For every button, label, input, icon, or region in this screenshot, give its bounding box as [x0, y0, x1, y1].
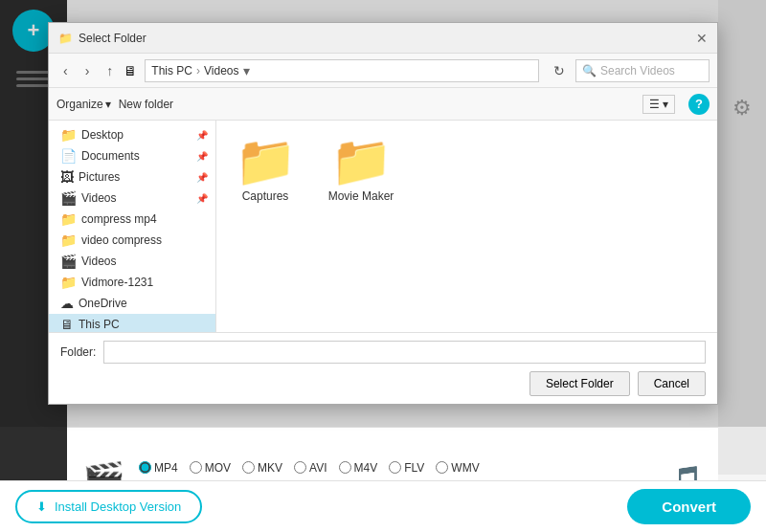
- dialog-nav-toolbar: ‹ › ↑ 🖥 This PC › Videos ▾ ↻ 🔍 Search Vi…: [49, 54, 717, 88]
- format-option-mkv[interactable]: MKV: [242, 461, 282, 475]
- breadcrumb-dropdown-button[interactable]: ▾: [239, 63, 254, 78]
- tree-label-onedrive: OneDrive: [79, 297, 127, 310]
- format-option-mov[interactable]: MOV: [190, 461, 231, 475]
- organize-button[interactable]: Organize ▾: [56, 98, 111, 111]
- tree-icon-onedrive: ☁: [60, 296, 74, 311]
- tree-item-video-compress[interactable]: 📁 video compress: [49, 230, 215, 251]
- install-icon: ⬇: [36, 499, 47, 514]
- up-button[interactable]: ↑: [100, 60, 120, 81]
- search-placeholder: Search Videos: [600, 64, 675, 78]
- tree-icon-vidmore: 📁: [60, 275, 77, 290]
- tree-icon-desktop: 📁: [60, 127, 77, 143]
- tree-icon-videos2: 🎬: [60, 254, 77, 269]
- format-label-mov: MOV: [205, 461, 231, 475]
- pin-icon: 📌: [196, 130, 208, 141]
- view-arrow-icon: ▾: [663, 98, 668, 111]
- tree-label-pictures: Pictures: [79, 170, 120, 184]
- organize-arrow-icon: ▾: [105, 98, 111, 111]
- format-radio-m4v[interactable]: [339, 461, 351, 474]
- format-label-mp4: MP4: [154, 461, 178, 475]
- tree-icon-this-pc: 🖥: [60, 317, 74, 332]
- folder-item-captures[interactable]: 📁 Captures: [232, 136, 299, 203]
- folder-input[interactable]: [103, 341, 706, 364]
- organize-label: Organize: [56, 98, 103, 111]
- tree-label-video-compress: video compress: [81, 233, 162, 247]
- format-radio-avi[interactable]: [294, 461, 306, 474]
- dialog-title-icon: 📁: [58, 32, 73, 45]
- view-button[interactable]: ☰ ▾: [642, 95, 675, 114]
- tree-label-vidmore: Vidmore-1231: [81, 276, 153, 289]
- format-option-wmv[interactable]: WMV: [436, 461, 479, 475]
- new-folder-button[interactable]: New folder: [119, 98, 173, 111]
- format-label-flv: FLV: [404, 461, 424, 475]
- tree-item-vidmore[interactable]: 📁 Vidmore-1231: [49, 272, 215, 293]
- tree-panel: 📁 Desktop 📌📄 Documents 📌🖼 Pictures 📌🎬 Vi…: [49, 121, 216, 332]
- select-folder-button[interactable]: Select Folder: [529, 371, 630, 396]
- tree-item-this-pc[interactable]: 🖥 This PC: [49, 314, 215, 332]
- files-panel: 📁 Captures📁 Movie Maker: [216, 121, 717, 332]
- dialog-titlebar: 📁 Select Folder ✕: [49, 23, 717, 54]
- dialog-bottom: Folder: Select Folder Cancel: [49, 332, 717, 404]
- folder-input-row: Folder:: [60, 341, 706, 364]
- tree-item-videos[interactable]: 🎬 Videos 📌: [49, 188, 215, 209]
- folder-icon-captures: 📁: [235, 136, 297, 186]
- format-option-flv[interactable]: FLV: [389, 461, 424, 475]
- format-option-mp4[interactable]: MP4: [139, 461, 178, 475]
- dialog-title: 📁 Select Folder: [58, 32, 146, 45]
- close-icon[interactable]: ✕: [696, 31, 708, 46]
- action-bar: ⬇ Install Desktop Version Convert: [0, 480, 766, 532]
- format-label-mkv: MKV: [258, 461, 282, 475]
- format-radio-wmv[interactable]: [436, 461, 448, 474]
- format-row-1: MP4MOVMKVAVIM4VFLVWMV: [139, 461, 669, 475]
- tree-icon-documents: 📄: [60, 148, 77, 164]
- breadcrumb-this-pc: This PC: [151, 64, 192, 78]
- forward-button[interactable]: ›: [79, 60, 97, 81]
- select-folder-dialog: 📁 Select Folder ✕ ‹ › ↑ 🖥 This PC › Vide…: [48, 22, 718, 405]
- location-icon: 🖥: [124, 63, 137, 78]
- tree-icon-video-compress: 📁: [60, 233, 77, 248]
- dialog-buttons: Select Folder Cancel: [60, 371, 706, 396]
- format-label-wmv: WMV: [451, 461, 479, 475]
- install-button[interactable]: ⬇ Install Desktop Version: [15, 490, 202, 523]
- tree-label-videos: Videos: [81, 191, 116, 205]
- folder-icon-movie-maker: 📁: [330, 136, 393, 186]
- tree-item-compress-mp4[interactable]: 📁 compress mp4: [49, 209, 215, 230]
- search-box[interactable]: 🔍 Search Videos: [575, 59, 710, 82]
- tree-icon-compress-mp4: 📁: [60, 211, 77, 227]
- dialog-actions-bar: Organize ▾ New folder ☰ ▾ ?: [49, 88, 717, 121]
- tree-item-pictures[interactable]: 🖼 Pictures 📌: [49, 166, 215, 188]
- view-icon: ☰: [649, 98, 660, 111]
- folder-name-captures: Captures: [242, 189, 289, 203]
- format-radio-mov[interactable]: [190, 461, 202, 474]
- cancel-button[interactable]: Cancel: [638, 371, 706, 396]
- format-radio-flv[interactable]: [389, 461, 401, 474]
- help-button[interactable]: ?: [688, 94, 710, 115]
- format-option-m4v[interactable]: M4V: [339, 461, 378, 475]
- tree-item-onedrive[interactable]: ☁ OneDrive: [49, 293, 215, 314]
- format-option-avi[interactable]: AVI: [294, 461, 327, 475]
- convert-button[interactable]: Convert: [627, 489, 751, 524]
- pin-icon: 📌: [196, 172, 208, 183]
- folder-label: Folder:: [60, 345, 96, 359]
- folder-item-movie-maker[interactable]: 📁 Movie Maker: [327, 136, 394, 203]
- format-label-m4v: M4V: [354, 461, 378, 475]
- breadcrumb-bar[interactable]: This PC › Videos ▾: [145, 59, 539, 82]
- tree-label-documents: Documents: [81, 149, 140, 163]
- tree-label-this-pc: This PC: [79, 318, 120, 331]
- tree-label-desktop: Desktop: [81, 128, 124, 142]
- back-button[interactable]: ‹: [56, 60, 75, 81]
- tree-item-desktop[interactable]: 📁 Desktop 📌: [49, 124, 215, 145]
- format-radio-mkv[interactable]: [242, 461, 255, 474]
- tree-item-documents[interactable]: 📄 Documents 📌: [49, 145, 215, 166]
- format-label-avi: AVI: [309, 461, 327, 475]
- format-radio-mp4[interactable]: [139, 461, 151, 474]
- breadcrumb-videos: Videos: [204, 64, 238, 78]
- tree-item-videos2[interactable]: 🎬 Videos: [49, 251, 215, 272]
- tree-label-videos2: Videos: [81, 255, 116, 268]
- pin-icon: 📌: [196, 193, 208, 204]
- install-label: Install Desktop Version: [55, 499, 181, 514]
- tree-label-compress-mp4: compress mp4: [81, 212, 157, 226]
- tree-icon-videos: 🎬: [60, 190, 77, 206]
- breadcrumb-separator: ›: [196, 64, 200, 78]
- refresh-button[interactable]: ↻: [547, 60, 572, 81]
